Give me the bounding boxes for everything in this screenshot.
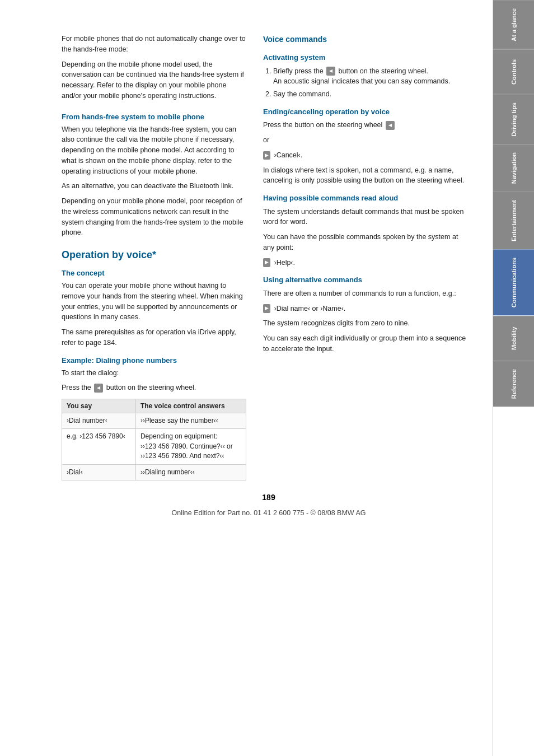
table-answer-cell: ››Dialing number‹‹	[135, 464, 246, 480]
ending-cancel-cmd: ▶ ›Cancel‹.	[263, 150, 470, 161]
alt-cmd: ▶ ›Dial name‹ or ›Name‹.	[263, 304, 470, 314]
example-button-label: button on the steering wheel.	[106, 384, 196, 391]
page-number: 189	[62, 492, 476, 503]
steering-btn-icon-1	[326, 67, 335, 76]
sidebar-tab-navigation[interactable]: Navigation	[493, 144, 534, 192]
left-column: For mobile phones that do not automatica…	[62, 34, 246, 480]
top-para-2: Depending on the mobile phone model used…	[62, 59, 246, 101]
main-content: For mobile phones that do not automatica…	[0, 0, 493, 756]
sidebar-tab-mobility[interactable]: Mobility	[493, 316, 534, 361]
having-para-2: You can have the possible commands spoke…	[263, 232, 470, 253]
activating-step-2: Say the command.	[273, 89, 470, 100]
top-section: For mobile phones that do not automatica…	[62, 34, 246, 101]
right-column: Voice commands Activating system Briefly…	[263, 34, 470, 480]
activating-system-title: Activating system	[263, 52, 470, 63]
activating-steps: Briefly press the button on the steering…	[263, 66, 470, 100]
from-hands-free-title: From hands-free system to mobile phone	[62, 113, 246, 121]
sidebar-tab-entertainment[interactable]: Entertainment	[493, 192, 534, 249]
operation-by-voice-title: Operation by voice*	[62, 249, 246, 261]
alt-text-1: There are often a number of commands to …	[263, 288, 470, 299]
alt-text-3: You can say each digit individually or g…	[263, 333, 470, 354]
sidebar-tab-driving-tips[interactable]: Driving tips	[493, 94, 534, 144]
table-row: ›Dial number‹››Please say the number‹‹	[62, 413, 246, 429]
edition-text: Online Edition for Part no. 01 41 2 600 …	[62, 508, 476, 519]
top-para-1: For mobile phones that do not automatica…	[62, 34, 246, 55]
concept-title: The concept	[62, 269, 246, 277]
concept-para-2: The same prerequisites as for operation …	[62, 327, 246, 348]
table-say-cell: ›Dial number‹	[62, 413, 136, 429]
table-row: e.g. ›123 456 7890‹Depending on equipmen…	[62, 429, 246, 464]
ending-text-1: Press the button on the steering wheel	[263, 120, 470, 130]
having-read-aloud-title: Having possible commands read aloud	[263, 193, 470, 204]
voice-icon-dial: ▶	[263, 304, 270, 313]
table-col1-header: You say	[62, 399, 136, 413]
alt-text-2: The system recognizes digits from zero t…	[263, 318, 470, 329]
activating-step-1: Briefly press the button on the steering…	[273, 66, 470, 87]
ending-or: or	[263, 135, 470, 146]
from-hands-free-para-3: Depending on your mobile phone model, po…	[62, 196, 246, 238]
example-press: Press the button on the steering wheel.	[62, 382, 246, 393]
alt-commands-title: Using alternative commands	[263, 274, 470, 286]
dialog-table: You say The voice control answers ›Dial …	[62, 399, 246, 480]
table-answer-cell: ››Please say the number‹‹	[135, 413, 246, 429]
voice-icon-cancel: ▶	[263, 151, 270, 160]
from-hands-free-para-2: As an alternative, you can deactivate th…	[62, 181, 246, 192]
ending-canceling-title: Ending/canceling operation by voice	[263, 106, 470, 118]
having-para-1: The system understands default commands …	[263, 207, 470, 228]
concept-para-1: You can operate your mobile phone withou…	[62, 281, 246, 323]
sidebar-tab-communications[interactable]: Communications	[493, 249, 534, 315]
voice-commands-title: Voice commands	[263, 34, 470, 45]
voice-icon-help: ▶	[263, 258, 270, 267]
sidebar-tab-at-a-glance[interactable]: At a glance	[493, 0, 534, 49]
example-text: To start the dialog:	[62, 368, 246, 379]
table-answer-cell: Depending on equipment: ››123 456 7890. …	[135, 429, 246, 464]
from-hands-free-para-1: When you telephone via the hands-free sy…	[62, 124, 246, 177]
example-press-label: Press the	[62, 384, 91, 391]
steering-btn-icon	[94, 384, 103, 393]
table-say-cell: ›Dial‹	[62, 464, 136, 480]
example-title: Example: Dialing phone numbers	[62, 356, 246, 365]
table-row: ›Dial‹››Dialing number‹‹	[62, 464, 246, 480]
footer: 189 Online Edition for Part no. 01 41 2 …	[62, 492, 476, 519]
sidebar: At a glanceControlsDriving tipsNavigatio…	[493, 0, 534, 756]
table-say-cell: e.g. ›123 456 7890‹	[62, 429, 136, 464]
table-col2-header: The voice control answers	[135, 399, 246, 413]
help-cmd: ▶ ›Help‹.	[263, 258, 470, 268]
sidebar-tab-reference[interactable]: Reference	[493, 361, 534, 407]
sidebar-tab-controls[interactable]: Controls	[493, 49, 534, 94]
steering-btn-icon-2	[386, 121, 395, 130]
ending-note: In dialogs where text is spoken, not a c…	[263, 165, 470, 186]
